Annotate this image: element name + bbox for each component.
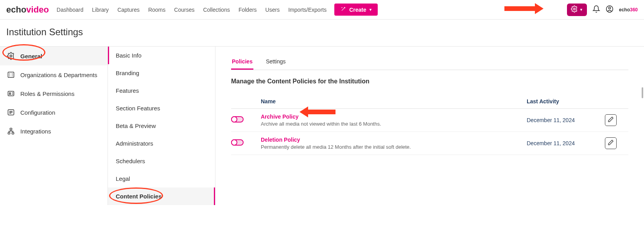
chevron-down-icon: ▾ — [370, 7, 371, 12]
nav-captures[interactable]: Captures — [117, 7, 140, 13]
gear-icon — [571, 5, 578, 14]
tab-policies[interactable]: Policies — [231, 56, 253, 70]
page-title-row: Institution Settings — [0, 20, 644, 46]
nav-users[interactable]: Users — [265, 7, 280, 13]
sub-item-label: Branding — [116, 70, 139, 76]
wand-icon — [341, 6, 346, 13]
sub-item-features[interactable]: Features — [108, 82, 215, 99]
notifications-button[interactable] — [592, 5, 600, 14]
svg-rect-8 — [10, 128, 12, 130]
nav-library[interactable]: Library — [92, 7, 109, 13]
sub-item-label: Legal — [116, 175, 130, 182]
building-icon — [7, 71, 15, 79]
sidebar-item-label: Integrations — [20, 128, 51, 135]
sidebar-item-general[interactable]: General — [0, 47, 108, 65]
policy-toggle[interactable] — [231, 139, 244, 146]
sub-item-schedulers[interactable]: Schedulers — [108, 152, 215, 170]
caret-down-icon: ▼ — [579, 8, 583, 12]
sub-item-administrators[interactable]: Administrators — [108, 135, 215, 152]
sub-item-content-policies[interactable]: Content Policies — [108, 187, 215, 205]
nav-collections[interactable]: Collections — [203, 7, 230, 13]
table-row: Deletion Policy Permanently delete all m… — [231, 132, 628, 155]
svg-rect-9 — [8, 132, 10, 134]
sub-item-branding[interactable]: Branding — [108, 64, 215, 82]
column-header-name[interactable]: Name — [261, 98, 527, 104]
page-title: Institution Settings — [6, 27, 638, 38]
policy-description: Permanently delete all media 12 Months a… — [261, 144, 527, 150]
svg-point-6 — [9, 93, 11, 94]
sub-item-beta-preview[interactable]: Beta & Preview — [108, 117, 215, 135]
edit-policy-button[interactable] — [605, 114, 617, 126]
tab-label: Policies — [232, 58, 253, 65]
svg-rect-5 — [8, 91, 14, 96]
settings-sidebar-primary: General Organizations & Departments Role… — [0, 47, 108, 205]
section-heading: Manage the Content Policies for the Inst… — [231, 78, 628, 85]
sub-item-label: Schedulers — [116, 158, 145, 164]
svg-rect-10 — [12, 132, 14, 134]
sub-item-section-features[interactable]: Section Features — [108, 99, 215, 117]
sub-item-legal[interactable]: Legal — [108, 170, 215, 187]
nav-courses[interactable]: Courses — [174, 7, 194, 13]
brand-part2: video — [26, 5, 48, 14]
sub-item-label: Features — [116, 87, 139, 94]
tab-settings[interactable]: Settings — [265, 56, 287, 70]
tabs: Policies Settings — [231, 56, 628, 70]
echo360-part2: 360 — [630, 7, 638, 13]
nav-imports-exports[interactable]: Imports/Exports — [288, 7, 326, 13]
sub-item-label: Basic Info — [116, 52, 142, 59]
sub-item-label: Administrators — [116, 140, 153, 147]
create-button-label: Create — [349, 7, 366, 13]
column-header-last-activity[interactable]: Last Activity — [527, 98, 605, 104]
list-icon — [7, 108, 15, 116]
sub-item-label: Beta & Preview — [116, 123, 156, 129]
nav-folders[interactable]: Folders — [239, 7, 257, 13]
sidebar-item-label: Roles & Permissions — [20, 90, 74, 97]
sidebar-item-label: Configuration — [20, 109, 55, 116]
integrations-icon — [7, 127, 15, 135]
gear-icon — [7, 52, 15, 60]
sidebar-item-orgs[interactable]: Organizations & Departments — [0, 65, 108, 84]
brand-part1: echo — [6, 5, 26, 14]
sidebar-item-label: Organizations & Departments — [20, 72, 97, 78]
table-row: Archive Policy Archive all media not vie… — [231, 109, 628, 132]
edit-policy-button[interactable] — [605, 137, 617, 149]
svg-point-2 — [608, 7, 610, 9]
sidebar-item-roles[interactable]: Roles & Permissions — [0, 84, 108, 103]
echo360-part1: echo — [619, 7, 630, 13]
echo360-logo: echo360 — [619, 7, 638, 13]
table-header: Name Last Activity — [231, 94, 628, 109]
policy-toggle[interactable] — [231, 116, 244, 123]
pencil-icon — [608, 116, 614, 124]
pencil-icon — [608, 139, 614, 147]
policy-name-link[interactable]: Deletion Policy — [261, 137, 527, 143]
settings-layout: General Organizations & Departments Role… — [0, 46, 644, 205]
svg-rect-4 — [8, 72, 14, 77]
policy-last-activity: December 11, 2024 — [527, 140, 605, 146]
svg-point-0 — [574, 8, 576, 10]
topbar-right: ▼ echo360 — [567, 4, 638, 16]
sub-item-label: Content Policies — [116, 193, 162, 200]
policies-table: Name Last Activity Archive Policy Archiv… — [231, 94, 628, 155]
svg-point-3 — [10, 55, 12, 57]
sub-item-label: Section Features — [116, 105, 160, 112]
id-card-icon — [7, 90, 15, 97]
settings-menu-button[interactable]: ▼ — [567, 4, 587, 16]
account-button[interactable] — [606, 5, 614, 14]
sidebar-item-integrations[interactable]: Integrations — [0, 122, 108, 141]
policy-last-activity: December 11, 2024 — [527, 117, 605, 123]
brand-logo[interactable]: echovideo — [6, 5, 49, 15]
sidebar-item-label: General — [20, 53, 42, 59]
settings-sidebar-secondary: Basic Info Branding Features Section Fea… — [108, 47, 215, 205]
create-button[interactable]: Create ▾ — [334, 4, 378, 16]
policy-name-link[interactable]: Archive Policy — [261, 113, 527, 120]
nav-dashboard[interactable]: Dashboard — [57, 7, 84, 13]
primary-nav: Dashboard Library Captures Rooms Courses… — [57, 7, 326, 13]
top-nav: echovideo Dashboard Library Captures Roo… — [0, 0, 644, 20]
policy-description: Archive all media not viewed within the … — [261, 121, 527, 127]
scrollbar[interactable] — [642, 87, 643, 98]
nav-rooms[interactable]: Rooms — [148, 7, 165, 13]
main-content: Policies Settings Manage the Content Pol… — [215, 47, 644, 205]
sub-item-basic-info[interactable]: Basic Info — [108, 47, 215, 64]
sidebar-item-configuration[interactable]: Configuration — [0, 103, 108, 122]
tab-label: Settings — [266, 58, 286, 65]
